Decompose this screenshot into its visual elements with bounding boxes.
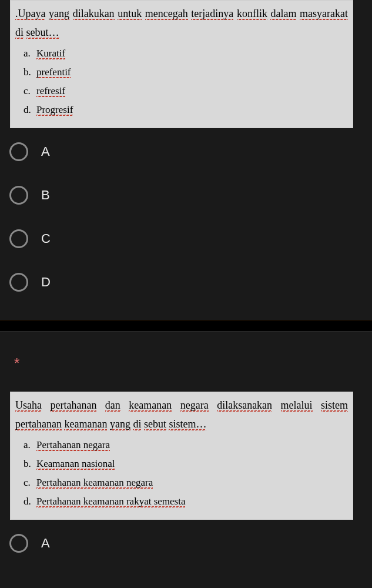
stem-word: yang <box>110 418 130 430</box>
choice-item: b.Keamanan nasional <box>24 455 348 473</box>
radio-icon <box>9 229 28 248</box>
choice-list: a.Pertahanan negara b.Keamanan nasional … <box>11 436 353 513</box>
question-stem: Usaha pertahanan dan keamanan negara dil… <box>11 392 353 433</box>
choice-text: refresif <box>36 85 65 97</box>
choice-item: d.Pertahanan keamanan rakyat semesta <box>24 492 348 511</box>
choice-item: a.Pertahanan negara <box>24 436 348 455</box>
choice-text: Pertahanan keamanan rakyat semesta <box>36 496 185 507</box>
stem-word: Usaha <box>15 399 42 412</box>
stem-word: mencegah <box>145 8 188 20</box>
choice-letter: d. <box>24 492 36 511</box>
stem-word: sebut <box>144 418 166 430</box>
choice-text: Pertahanan keamanan negara <box>36 477 153 489</box>
stem-word: .Upaya <box>15 8 45 20</box>
option-label: A <box>41 536 50 551</box>
stem-word: melalui <box>281 399 313 412</box>
choice-item: d.Progresif <box>24 101 348 119</box>
stem-word: sebut… <box>26 26 59 39</box>
stem-word: untuk <box>118 8 142 20</box>
option-a[interactable]: A <box>9 140 372 163</box>
radio-icon <box>9 186 28 205</box>
stem-word: sistem <box>321 399 348 412</box>
option-label: C <box>41 231 51 246</box>
stem-word: di <box>133 418 141 430</box>
question-image: .Upaya yang dilakukan untuk mencegah ter… <box>10 0 353 128</box>
choice-text: prefentif <box>36 66 71 78</box>
stem-word: negara <box>180 399 209 412</box>
choice-letter: c. <box>24 473 36 492</box>
choice-text: Pertahanan negara <box>36 439 110 451</box>
option-d[interactable]: D <box>9 270 372 294</box>
choice-letter: a. <box>24 44 36 63</box>
stem-word: yang <box>49 8 69 20</box>
stem-word: pertahanan <box>15 418 62 430</box>
option-label: A <box>41 144 50 159</box>
choice-text: Kuratif <box>36 48 65 59</box>
radio-icon <box>9 142 28 161</box>
choice-letter: a. <box>24 436 36 455</box>
stem-word: pertahanan <box>50 399 96 412</box>
question-card: .Upaya yang dilakukan untuk mencegah ter… <box>0 0 372 320</box>
choice-item: c.refresif <box>24 82 348 101</box>
stem-word: dilaksanakan <box>217 399 272 412</box>
choice-item: c.Pertahanan keamanan negara <box>24 473 348 492</box>
stem-word: sistem… <box>169 418 206 430</box>
stem-word: masyarakat <box>300 8 348 20</box>
required-marker: * <box>0 332 372 392</box>
option-label: B <box>41 188 50 203</box>
choice-list: a.Kuratif b.prefentif c.refresif d.Progr… <box>11 44 353 122</box>
choice-item: b.prefentif <box>24 63 348 82</box>
choice-letter: b. <box>24 455 36 473</box>
option-c[interactable]: C <box>9 227 372 250</box>
question-image: Usaha pertahanan dan keamanan negara dil… <box>10 392 353 520</box>
stem-word: konflik <box>237 8 267 20</box>
radio-icon <box>9 534 28 553</box>
option-label: D <box>41 275 51 290</box>
stem-word: keamanan <box>64 418 107 430</box>
answer-options: A <box>0 520 372 567</box>
choice-item: a.Kuratif <box>24 44 348 63</box>
stem-word: di <box>15 26 24 39</box>
question-stem: .Upaya yang dilakukan untuk mencegah ter… <box>11 1 353 42</box>
choice-letter: d. <box>24 101 36 119</box>
card-divider <box>0 320 372 332</box>
radio-icon <box>9 273 28 292</box>
stem-word: terjadinya <box>191 8 233 20</box>
option-a[interactable]: A <box>9 532 372 555</box>
stem-word: dalam <box>270 8 296 20</box>
choice-letter: c. <box>24 82 36 101</box>
option-b[interactable]: B <box>9 183 372 207</box>
choice-text: Progresif <box>36 104 73 116</box>
choice-text: Keamanan nasional <box>36 458 115 470</box>
stem-word: dilakukan <box>73 8 115 20</box>
question-card: * Usaha pertahanan dan keamanan negara d… <box>0 332 372 567</box>
stem-word: keamanan <box>129 399 172 412</box>
stem-word: dan <box>105 399 120 412</box>
choice-letter: b. <box>24 63 36 82</box>
answer-options: A B C D <box>0 128 372 320</box>
